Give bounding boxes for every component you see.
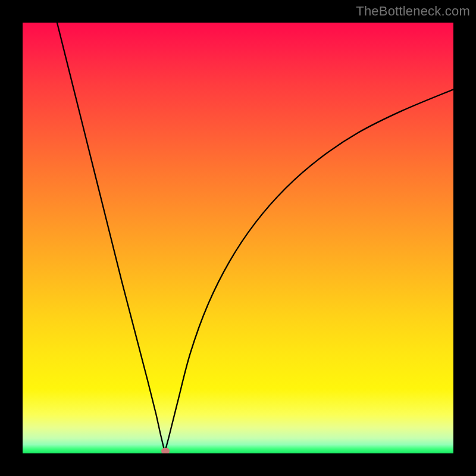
bottleneck-curve — [23, 23, 453, 453]
minimum-marker — [161, 448, 170, 453]
plot-area — [23, 23, 453, 453]
chart-frame: TheBottleneck.com — [0, 0, 476, 476]
watermark-text: TheBottleneck.com — [356, 4, 470, 19]
